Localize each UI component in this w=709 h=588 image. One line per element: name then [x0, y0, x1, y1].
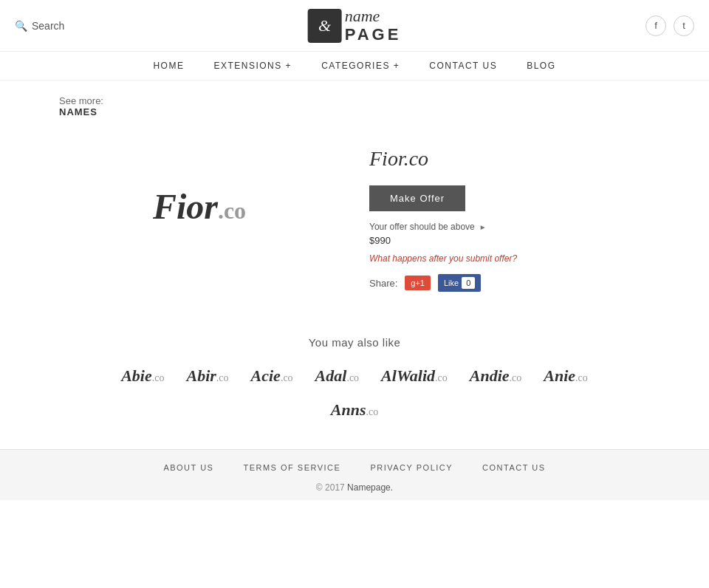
what-happens-link[interactable]: What happens after you submit offer?: [369, 253, 650, 264]
fb-like-label: Like: [444, 278, 459, 287]
logo[interactable]: & name PAGE: [308, 7, 402, 43]
facebook-like-button[interactable]: Like 0: [438, 274, 481, 292]
logo-page: PAGE: [345, 26, 402, 44]
search-label: Search: [32, 20, 64, 32]
footer: ABOUT US TERMS OF SERVICE PRIVACY POLICY…: [0, 449, 709, 500]
footer-copyright: © 2017 Namepage.: [0, 482, 709, 493]
gplus-label: g+1: [411, 278, 425, 287]
also-like-item[interactable]: Anie.co: [544, 366, 588, 386]
also-like-item[interactable]: Anns.co: [331, 400, 378, 420]
footer-nav: ABOUT US TERMS OF SERVICE PRIVACY POLICY…: [0, 463, 709, 472]
also-like-row2: Anns.co: [30, 400, 679, 420]
logo-icon-box: &: [308, 9, 342, 43]
also-like-title: You may also like: [30, 336, 679, 349]
nav-item-blog[interactable]: BLOG: [527, 61, 555, 71]
fb-like-count: 0: [462, 277, 475, 289]
breadcrumb-names-link[interactable]: NAMES: [59, 106, 709, 117]
also-like-item[interactable]: Andie.co: [470, 366, 522, 386]
domain-logo-display: Fior.co: [153, 186, 246, 227]
also-like-item[interactable]: Adal.co: [315, 366, 360, 386]
footer-copy-text: © 2017: [316, 482, 345, 493]
footer-about[interactable]: ABOUT US: [163, 463, 213, 472]
domain-logo-area: Fior.co: [59, 140, 340, 273]
domain-info-panel: Fior.co Make Offer Your offer should be …: [369, 140, 650, 292]
see-more-text: See more:: [59, 95, 103, 106]
facebook-icon[interactable]: f: [645, 16, 666, 36]
main-nav: HOME EXTENSIONS + CATEGORIES + CONTACT U…: [0, 52, 709, 81]
twitter-icon[interactable]: t: [674, 16, 694, 36]
also-like-item[interactable]: Abir.co: [186, 366, 228, 386]
also-like-item[interactable]: AlWalid.co: [381, 366, 448, 386]
nav-item-categories[interactable]: CATEGORIES +: [321, 61, 400, 71]
footer-terms[interactable]: TERMS OF SERVICE: [243, 463, 340, 472]
logo-name: name: [345, 7, 402, 25]
nav-item-contact[interactable]: CONTACT US: [429, 61, 497, 71]
footer-copy-link[interactable]: Namepage.: [347, 482, 393, 493]
share-row: Share: g+1 Like 0: [369, 274, 650, 292]
offer-hint: Your offer should be above ►: [369, 222, 650, 232]
offer-hint-arrow: ►: [479, 223, 487, 231]
offer-hint-text: Your offer should be above: [369, 222, 475, 232]
nav-item-home[interactable]: HOME: [153, 61, 184, 71]
social-links: f t: [645, 16, 694, 36]
also-like-item[interactable]: Acie.co: [251, 366, 293, 386]
share-label: Share:: [369, 278, 397, 289]
gplus-button[interactable]: g+1: [405, 276, 431, 290]
main-content: Fior.co Fior.co Make Offer Your offer sh…: [0, 125, 709, 321]
breadcrumb: See more: NAMES: [0, 81, 709, 125]
also-like-grid: Abie.coAbir.coAcie.coAdal.coAlWalid.coAn…: [30, 366, 679, 386]
make-offer-button[interactable]: Make Offer: [369, 185, 465, 211]
logo-text: name PAGE: [345, 7, 402, 43]
domain-name-display: Fior: [153, 187, 218, 226]
search-icon: 🔍: [15, 20, 27, 32]
offer-amount: $990: [369, 235, 650, 246]
search-button[interactable]: 🔍 Search: [15, 20, 64, 32]
domain-title: Fior.co: [369, 147, 650, 171]
footer-contact[interactable]: CONTACT US: [482, 463, 546, 472]
domain-ext-display: .co: [218, 197, 246, 224]
also-like-section: You may also like Abie.coAbir.coAcie.coA…: [0, 321, 709, 449]
header: 🔍 Search & name PAGE f t: [0, 0, 709, 52]
also-like-item[interactable]: Abie.co: [121, 366, 164, 386]
footer-privacy[interactable]: PRIVACY POLICY: [370, 463, 453, 472]
nav-item-extensions[interactable]: EXTENSIONS +: [213, 61, 292, 71]
